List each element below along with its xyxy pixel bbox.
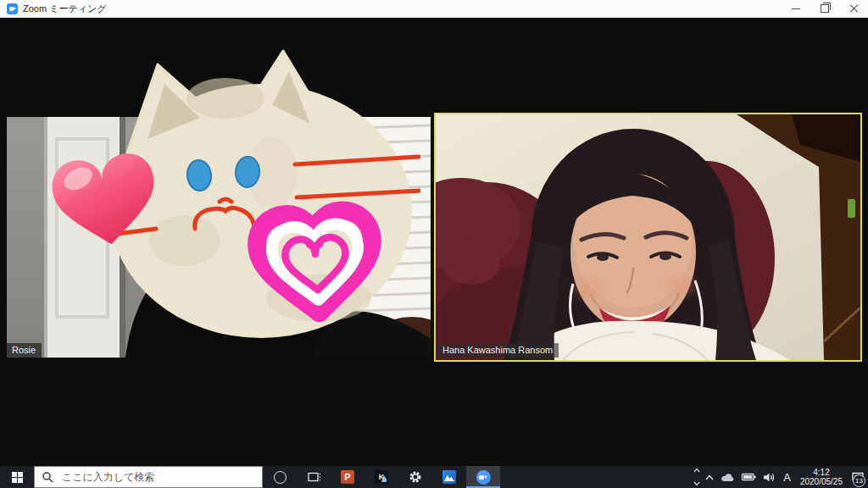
kindle-icon: K — [375, 470, 388, 484]
battery-icon — [741, 471, 757, 483]
system-tray: A 4:12 2020/05/25 13 — [692, 466, 868, 488]
powerpoint-icon: P — [341, 470, 354, 484]
zoom-app-icon[interactable] — [7, 3, 18, 14]
windows-logo-icon — [12, 472, 23, 483]
search-input[interactable] — [60, 470, 233, 484]
onedrive-tray-button[interactable] — [717, 466, 738, 488]
restore-icon — [821, 4, 829, 13]
windows-taskbar: P K — [0, 466, 868, 488]
photos-button[interactable] — [432, 466, 466, 488]
video-tile-rosie[interactable]: Rosie — [7, 117, 431, 358]
taskbar-search-box[interactable] — [34, 466, 263, 488]
hidden-icons-button[interactable] — [702, 466, 717, 488]
scroll-down-icon — [693, 481, 700, 486]
close-button[interactable] — [839, 0, 868, 17]
close-icon — [849, 4, 858, 13]
cortana-icon — [274, 471, 287, 484]
zoom-window-titlebar: Zoom ミーティング — [0, 0, 868, 18]
photos-icon — [442, 470, 456, 484]
volume-tray-button[interactable] — [760, 466, 779, 488]
start-button[interactable] — [0, 466, 34, 488]
clock-date: 2020/05/25 — [800, 477, 843, 486]
powerpoint-button[interactable]: P — [331, 466, 364, 488]
rosie-video-scene — [7, 117, 431, 358]
minimize-button[interactable] — [782, 0, 810, 17]
participant-name-hana: Hana Kawashima Ransom — [437, 343, 559, 358]
action-center-button[interactable]: 13 — [848, 466, 868, 488]
chevron-up-icon — [704, 474, 715, 481]
restore-button[interactable] — [810, 0, 839, 17]
participant-name-rosie: Rosie — [7, 343, 42, 358]
battery-tray-button[interactable] — [738, 466, 760, 488]
task-view-icon — [306, 469, 321, 485]
minimize-icon — [792, 8, 800, 9]
settings-button[interactable] — [398, 466, 432, 488]
clock-time: 4:12 — [813, 468, 829, 477]
tray-scroll-buttons[interactable] — [692, 466, 702, 488]
notification-count-badge: 13 — [853, 474, 865, 487]
speaker-icon — [762, 471, 776, 484]
taskbar-clock[interactable]: 4:12 2020/05/25 — [795, 466, 848, 488]
ime-indicator-button[interactable]: A — [779, 466, 795, 488]
kindle-button[interactable]: K — [364, 466, 398, 488]
cloud-icon — [720, 471, 736, 483]
cortana-button[interactable] — [263, 466, 297, 488]
meeting-stage: Rosie — [0, 18, 868, 466]
gear-icon — [408, 469, 423, 485]
zoom-taskbar-button[interactable] — [466, 466, 500, 488]
scroll-up-icon — [693, 468, 700, 473]
window-controls — [782, 0, 868, 17]
zoom-camera-icon — [476, 470, 491, 485]
search-icon — [42, 471, 53, 483]
video-tile-hana[interactable]: Hana Kawashima Ransom — [434, 113, 862, 362]
task-view-button[interactable] — [297, 466, 331, 488]
window-title: Zoom ミーティング — [23, 3, 106, 15]
desktop-screen: Zoom ミーティング — [0, 0, 868, 488]
hana-video-scene — [436, 114, 860, 360]
ime-mode-label: A — [783, 471, 791, 484]
